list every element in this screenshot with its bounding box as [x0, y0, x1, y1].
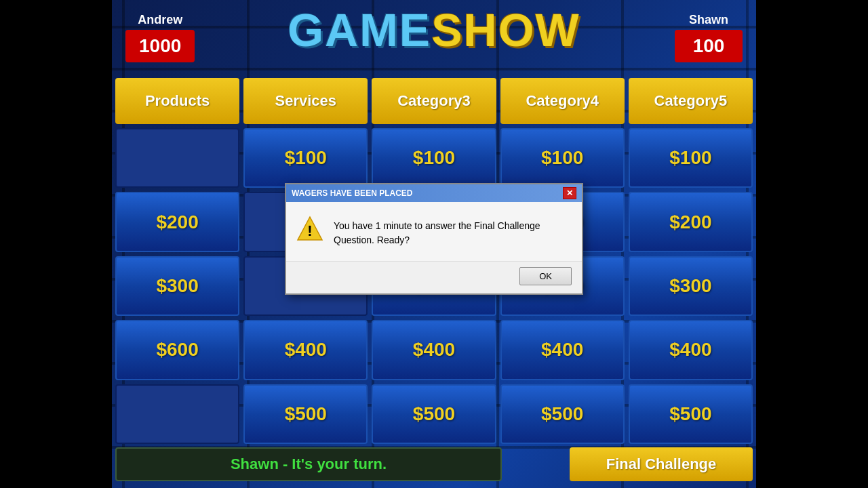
- dialog-close-button[interactable]: ✕: [563, 187, 576, 199]
- dialog: WAGERS HAVE BEEN PLACED ✕ ! You have 1 m…: [285, 183, 583, 295]
- dialog-footer: OK: [286, 261, 582, 293]
- ok-button[interactable]: OK: [519, 267, 572, 285]
- dialog-message: You have 1 minute to answer the Final Ch…: [334, 216, 572, 247]
- svg-text:!: !: [307, 222, 312, 239]
- game-board: Andrew 1000 GAMESHOW Shawn 100 Products …: [0, 0, 868, 488]
- dialog-title: WAGERS HAVE BEEN PLACED: [292, 188, 412, 198]
- dialog-titlebar: WAGERS HAVE BEEN PLACED ✕: [286, 184, 582, 202]
- warning-icon: !: [296, 216, 323, 243]
- dialog-body: ! You have 1 minute to answer the Final …: [286, 202, 582, 261]
- dialog-overlay: WAGERS HAVE BEEN PLACED ✕ ! You have 1 m…: [0, 0, 868, 488]
